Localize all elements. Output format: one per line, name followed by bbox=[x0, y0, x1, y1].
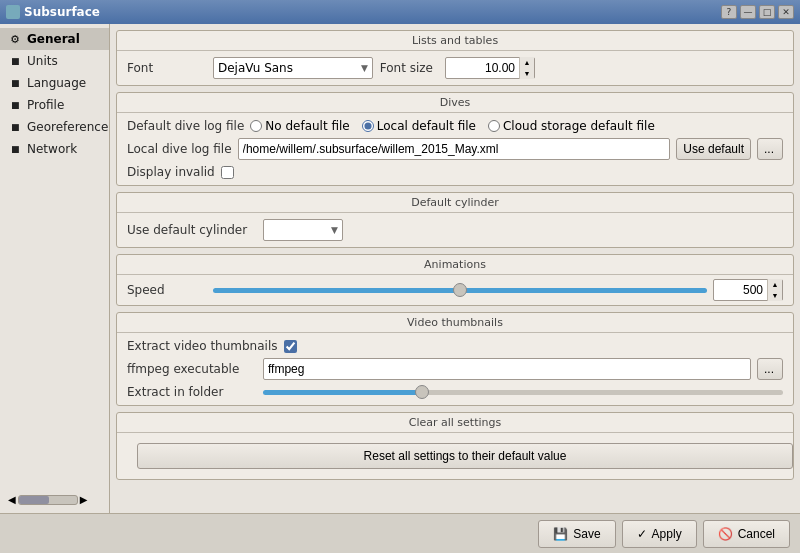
main-content: ⚙ General ⏹ Units ⏹ Language ⏹ Profile ⏹… bbox=[0, 24, 800, 513]
cancel-button[interactable]: 🚫 Cancel bbox=[703, 520, 790, 548]
sidebar-label-language: Language bbox=[27, 76, 86, 90]
dives-section: Dives Default dive log file No default f… bbox=[116, 92, 794, 186]
apply-button[interactable]: ✓ Apply bbox=[622, 520, 697, 548]
sidebar-item-network[interactable]: ⏹ Network bbox=[0, 138, 109, 160]
dives-body: Default dive log file No default file Lo… bbox=[117, 113, 793, 185]
sidebar-item-georeference[interactable]: ⏹ Georeference bbox=[0, 116, 109, 138]
bottom-bar: 💾 Save ✓ Apply 🚫 Cancel bbox=[0, 513, 800, 553]
speed-up-btn[interactable]: ▲ bbox=[768, 279, 782, 290]
scroll-left-btn[interactable]: ◀ bbox=[8, 494, 16, 505]
georeference-icon: ⏹ bbox=[8, 120, 22, 134]
sidebar-item-units[interactable]: ⏹ Units bbox=[0, 50, 109, 72]
sidebar-scrollbar[interactable] bbox=[18, 495, 78, 505]
network-icon: ⏹ bbox=[8, 142, 22, 156]
radio-cloud-label: Cloud storage default file bbox=[503, 119, 655, 133]
save-icon: 💾 bbox=[553, 527, 568, 541]
reset-btn[interactable]: Reset all settings to their default valu… bbox=[137, 443, 793, 469]
units-icon: ⏹ bbox=[8, 54, 22, 68]
clear-settings-section: Clear all settings Reset all settings to… bbox=[116, 412, 794, 480]
use-default-cylinder-label: Use default cylinder bbox=[127, 223, 257, 237]
gear-icon: ⚙ bbox=[8, 32, 22, 46]
minimize-button[interactable]: — bbox=[740, 5, 756, 19]
sidebar-label-network: Network bbox=[27, 142, 77, 156]
language-icon: ⏹ bbox=[8, 76, 22, 90]
browse-dives-btn[interactable]: ... bbox=[757, 138, 783, 160]
default-dive-log-row: Default dive log file No default file Lo… bbox=[127, 119, 783, 133]
default-cylinder-title: Default cylinder bbox=[117, 193, 793, 213]
sidebar-label-units: Units bbox=[27, 54, 58, 68]
scroll-right-btn[interactable]: ▶ bbox=[80, 494, 88, 505]
radio-no-default-input[interactable] bbox=[250, 120, 262, 132]
lists-tables-title: Lists and tables bbox=[117, 31, 793, 51]
radio-group: No default file Local default file Cloud… bbox=[250, 119, 655, 133]
extract-folder-slider[interactable] bbox=[263, 390, 783, 395]
sidebar: ⚙ General ⏹ Units ⏹ Language ⏹ Profile ⏹… bbox=[0, 24, 110, 513]
extract-folder-label: Extract in folder bbox=[127, 385, 257, 399]
title-bar-left: Subsurface bbox=[6, 5, 100, 19]
radio-cloud-input[interactable] bbox=[488, 120, 500, 132]
extract-thumbnails-row: Extract video thumbnails bbox=[127, 339, 783, 353]
apply-label: Apply bbox=[652, 527, 682, 541]
spinbox-down-btn[interactable]: ▼ bbox=[520, 68, 534, 79]
local-log-label: Local dive log file bbox=[127, 142, 232, 156]
font-dropdown-arrow: ▼ bbox=[361, 63, 368, 73]
ffmpeg-input[interactable] bbox=[263, 358, 751, 380]
clear-settings-body: Reset all settings to their default valu… bbox=[117, 433, 793, 479]
ffmpeg-row: ffmpeg executable ... bbox=[127, 358, 783, 380]
speed-slider[interactable] bbox=[213, 288, 707, 293]
cancel-icon: 🚫 bbox=[718, 527, 733, 541]
clear-settings-title: Clear all settings bbox=[117, 413, 793, 433]
font-row: Font DejaVu Sans ▼ Font size ▲ ▼ bbox=[127, 57, 783, 79]
extract-label: Extract video thumbnails bbox=[127, 339, 278, 353]
sidebar-item-profile[interactable]: ⏹ Profile bbox=[0, 94, 109, 116]
font-label: Font bbox=[127, 61, 207, 75]
cylinder-dropdown[interactable]: ▼ bbox=[263, 219, 343, 241]
font-size-label: Font size bbox=[379, 61, 439, 75]
right-panel: Lists and tables Font DejaVu Sans ▼ Font… bbox=[110, 24, 800, 513]
speed-down-btn[interactable]: ▼ bbox=[768, 290, 782, 301]
save-button[interactable]: 💾 Save bbox=[538, 520, 615, 548]
animations-section: Animations Speed ▲ ▼ bbox=[116, 254, 794, 306]
extract-folder-row: Extract in folder bbox=[127, 385, 783, 399]
app-icon bbox=[6, 5, 20, 19]
spinbox-buttons: ▲ ▼ bbox=[519, 57, 534, 79]
radio-no-default[interactable]: No default file bbox=[250, 119, 349, 133]
spinbox-up-btn[interactable]: ▲ bbox=[520, 57, 534, 68]
close-button[interactable]: ✕ bbox=[778, 5, 794, 19]
speed-spinbox-btns: ▲ ▼ bbox=[767, 279, 782, 301]
default-cylinder-section: Default cylinder Use default cylinder ▼ bbox=[116, 192, 794, 248]
font-dropdown[interactable]: DejaVu Sans ▼ bbox=[213, 57, 373, 79]
font-size-input[interactable] bbox=[446, 61, 519, 75]
default-cylinder-body: Use default cylinder ▼ bbox=[117, 213, 793, 247]
display-invalid-checkbox[interactable] bbox=[221, 166, 234, 179]
speed-label: Speed bbox=[127, 283, 207, 297]
sidebar-scroll: ◀ ▶ bbox=[0, 490, 109, 509]
browse-ffmpeg-btn[interactable]: ... bbox=[757, 358, 783, 380]
use-default-btn[interactable]: Use default bbox=[676, 138, 751, 160]
font-size-spinbox[interactable]: ▲ ▼ bbox=[445, 57, 535, 79]
speed-spinbox[interactable]: ▲ ▼ bbox=[713, 279, 783, 301]
video-thumbnails-section: Video thumbnails Extract video thumbnail… bbox=[116, 312, 794, 406]
speed-row: Speed ▲ ▼ bbox=[117, 275, 793, 305]
ffmpeg-label: ffmpeg executable bbox=[127, 362, 257, 376]
dives-title: Dives bbox=[117, 93, 793, 113]
help-button[interactable]: ? bbox=[721, 5, 737, 19]
sidebar-item-language[interactable]: ⏹ Language bbox=[0, 72, 109, 94]
radio-local-label: Local default file bbox=[377, 119, 476, 133]
window-title: Subsurface bbox=[24, 5, 100, 19]
default-dive-log-label: Default dive log file bbox=[127, 119, 244, 133]
radio-local-input[interactable] bbox=[362, 120, 374, 132]
maximize-button[interactable]: □ bbox=[759, 5, 775, 19]
scrollbar-thumb bbox=[19, 496, 49, 504]
video-thumbnails-title: Video thumbnails bbox=[117, 313, 793, 333]
font-value: DejaVu Sans bbox=[218, 61, 361, 75]
speed-input[interactable] bbox=[714, 283, 767, 297]
radio-cloud[interactable]: Cloud storage default file bbox=[488, 119, 655, 133]
title-bar: Subsurface ? — □ ✕ bbox=[0, 0, 800, 24]
local-log-input[interactable] bbox=[238, 138, 671, 160]
sidebar-label-georeference: Georeference bbox=[27, 120, 108, 134]
sidebar-item-general[interactable]: ⚙ General bbox=[0, 28, 109, 50]
extract-thumbnails-checkbox[interactable] bbox=[284, 340, 297, 353]
profile-icon: ⏹ bbox=[8, 98, 22, 112]
radio-local[interactable]: Local default file bbox=[362, 119, 476, 133]
